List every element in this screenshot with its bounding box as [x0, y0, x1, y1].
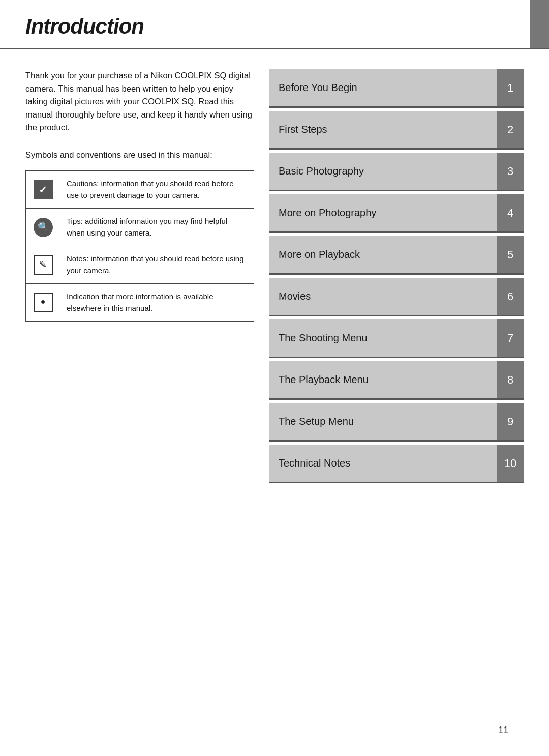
symbols-intro: Symbols and conventions are used in this…: [25, 149, 254, 162]
symbol-icon-pencil: ✎: [26, 246, 60, 284]
toc-item-number: 10: [497, 445, 524, 483]
symbol-desc-indication: Indication that more information is avai…: [60, 284, 254, 322]
toc-item: Technical Notes10: [269, 445, 524, 483]
page-number: 11: [498, 725, 508, 736]
toc-item-number: 9: [497, 403, 524, 442]
intro-paragraph: Thank you for your purchase of a Nikon C…: [25, 69, 254, 134]
toc-item-number: 4: [497, 194, 524, 233]
toc-item-label: Technical Notes: [269, 445, 497, 483]
symbol-icon-magnify: 🔍: [26, 209, 60, 246]
toc-item-label: The Shooting Menu: [269, 319, 497, 358]
toc-item-number: 8: [497, 361, 524, 400]
toc-item-label: More on Playback: [269, 236, 497, 275]
toc-item-number: 2: [497, 111, 524, 150]
pencil-icon: ✎: [34, 255, 53, 275]
toc-item: Basic Photography3: [269, 153, 524, 191]
symbol-desc-tips: Tips: additional information you may fin…: [60, 209, 254, 246]
toc-item: First Steps2: [269, 111, 524, 150]
toc-item: Movies6: [269, 278, 524, 316]
header-tab-decoration: [530, 0, 549, 48]
toc-item: Before You Begin1: [269, 69, 524, 108]
toc-item-label: Basic Photography: [269, 153, 497, 191]
toc-list: Before You Begin1First Steps2Basic Photo…: [269, 69, 524, 483]
toc-item: More on Photography4: [269, 194, 524, 233]
symbol-row-tips: 🔍 Tips: additional information you may f…: [26, 209, 254, 246]
symbol-icon-crosshair: ✦: [26, 284, 60, 322]
toc-item-label: Movies: [269, 278, 497, 316]
symbols-table: ✓ Cautions: information that you should …: [25, 170, 254, 322]
toc-item-label: The Setup Menu: [269, 403, 497, 442]
toc-item-number: 5: [497, 236, 524, 275]
check-icon: ✓: [34, 180, 53, 199]
left-column: Thank you for your purchase of a Nikon C…: [25, 69, 269, 483]
toc-item-label: First Steps: [269, 111, 497, 150]
page-title: Introduction: [25, 14, 509, 39]
header: Introduction: [0, 0, 549, 49]
symbol-icon-check: ✓: [26, 171, 60, 209]
main-content: Thank you for your purchase of a Nikon C…: [0, 49, 549, 504]
symbol-desc-notes: Notes: information that you should read …: [60, 246, 254, 284]
toc-item-label: The Playback Menu: [269, 361, 497, 400]
symbol-row-cautions: ✓ Cautions: information that you should …: [26, 171, 254, 209]
crosshair-icon: ✦: [34, 293, 53, 312]
header-title-area: Introduction: [0, 0, 530, 48]
toc-item: More on Playback5: [269, 236, 524, 275]
toc-item-number: 7: [497, 319, 524, 358]
symbol-row-notes: ✎ Notes: information that you should rea…: [26, 246, 254, 284]
toc-item: The Setup Menu9: [269, 403, 524, 442]
toc-item-number: 3: [497, 153, 524, 191]
toc-item-number: 6: [497, 278, 524, 316]
symbol-row-indication: ✦ Indication that more information is av…: [26, 284, 254, 322]
toc-item-number: 1: [497, 69, 524, 108]
symbol-desc-cautions: Cautions: information that you should re…: [60, 171, 254, 209]
magnify-icon: 🔍: [34, 218, 53, 237]
toc-item: The Playback Menu8: [269, 361, 524, 400]
toc-item: The Shooting Menu7: [269, 319, 524, 358]
toc-item-label: Before You Begin: [269, 69, 497, 108]
toc-item-label: More on Photography: [269, 194, 497, 233]
